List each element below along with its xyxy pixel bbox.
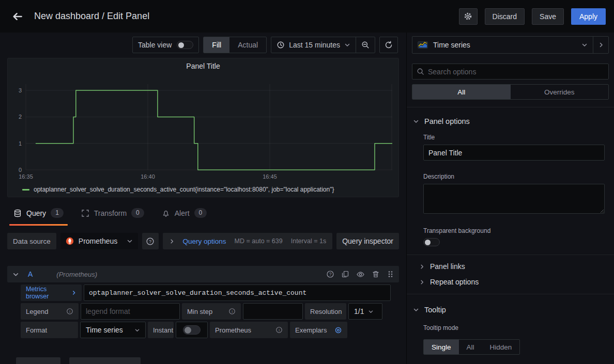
instant-label: Instant bbox=[148, 322, 174, 338]
prometheus-logo-icon bbox=[66, 237, 74, 245]
svg-text:16:40: 16:40 bbox=[141, 173, 155, 180]
svg-text:i: i bbox=[232, 309, 233, 314]
tab-transform[interactable]: Transform 0 bbox=[80, 205, 145, 226]
panel-toolbar: Table view Fill Actual Last 15 minutes bbox=[0, 33, 406, 54]
query-ref-id[interactable]: A bbox=[28, 270, 33, 278]
page-title: New dashboard / Edit Panel bbox=[34, 11, 459, 22]
legend-minstep-row: Legend i Min step i bbox=[21, 303, 391, 320]
chart-legend: optaplanner_solver_solve_duration_second… bbox=[8, 183, 398, 196]
promql-expression-input[interactable] bbox=[84, 284, 391, 301]
datasource-value: Prometheus bbox=[79, 237, 117, 245]
section-panel-options[interactable]: Panel options bbox=[407, 107, 614, 125]
min-step-input[interactable] bbox=[243, 303, 303, 320]
tooltip-mode-group: Single All Hidden bbox=[423, 339, 520, 355]
max-data-points: MD = auto = 639 bbox=[235, 238, 283, 245]
resolution-select[interactable]: 1/1 bbox=[348, 303, 382, 320]
panel-description-textarea[interactable] bbox=[423, 184, 605, 214]
switch-knob bbox=[185, 327, 191, 334]
chart-legend-series-name[interactable]: optaplanner_solver_solve_duration_second… bbox=[34, 186, 334, 193]
transparent-bg-label: Transparent background bbox=[423, 227, 605, 234]
actual-option[interactable]: Actual bbox=[229, 37, 266, 53]
svg-text:2: 2 bbox=[19, 114, 22, 120]
query-datasource-hint: (Prometheus) bbox=[56, 271, 97, 278]
chart-legend-swatch[interactable] bbox=[22, 189, 29, 191]
chevron-down-icon bbox=[413, 118, 419, 124]
visualization-picker[interactable]: Time series bbox=[412, 37, 593, 53]
svg-text:i: i bbox=[69, 309, 70, 314]
tab-alert[interactable]: Alert 0 bbox=[161, 205, 208, 226]
fill-option[interactable]: Fill bbox=[204, 37, 229, 53]
tooltip-mode-single[interactable]: Single bbox=[424, 340, 459, 354]
duplicate-query-icon[interactable] bbox=[341, 270, 349, 278]
zoom-out-time-button[interactable] bbox=[356, 37, 375, 53]
add-query-button[interactable] bbox=[16, 357, 60, 364]
discard-button[interactable]: Discard bbox=[485, 8, 525, 25]
query-a-header[interactable]: A (Prometheus) ? bbox=[7, 266, 399, 282]
table-view-switch[interactable] bbox=[177, 41, 193, 49]
main-area: Table view Fill Actual Last 15 minutes bbox=[0, 33, 614, 364]
save-button[interactable]: Save bbox=[532, 8, 564, 25]
table-view-toggle[interactable]: Table view bbox=[132, 37, 199, 53]
svg-text:16:35: 16:35 bbox=[19, 173, 33, 180]
database-icon bbox=[13, 209, 22, 217]
gear-icon bbox=[464, 12, 472, 21]
metrics-browser-button[interactable]: Metrics browser bbox=[21, 284, 82, 301]
back-button[interactable] bbox=[8, 7, 27, 26]
section-panel-links[interactable]: Panel links bbox=[407, 259, 614, 274]
instant-toggle[interactable] bbox=[176, 322, 208, 338]
collapsed-sections: Panel links Repeat options bbox=[407, 255, 614, 290]
transform-count-badge: 0 bbox=[131, 208, 144, 218]
format-select[interactable]: Time series bbox=[80, 322, 146, 338]
title-field-label: Title bbox=[423, 134, 605, 141]
panel-title-input[interactable] bbox=[423, 145, 605, 161]
chevron-right-icon bbox=[71, 290, 76, 295]
metrics-row: Metrics browser bbox=[21, 284, 391, 301]
datasource-help-button[interactable]: ? bbox=[142, 233, 159, 249]
tab-overrides[interactable]: Overrides bbox=[511, 85, 609, 99]
tooltip-mode-hidden[interactable]: Hidden bbox=[482, 340, 520, 354]
query-help-icon[interactable]: ? bbox=[326, 270, 334, 278]
panel-preview-title: Panel Title bbox=[8, 58, 398, 74]
toggle-visibility-eye-icon[interactable] bbox=[356, 270, 365, 279]
tab-query[interactable]: Query 1 bbox=[12, 205, 65, 226]
section-tooltip[interactable]: Tooltip bbox=[407, 294, 614, 314]
exemplars-field: Exemplars bbox=[290, 322, 347, 338]
tab-all-options[interactable]: All bbox=[412, 85, 511, 99]
tooltip-mode-all[interactable]: All bbox=[459, 340, 482, 354]
query-editor-a: A (Prometheus) ? bbox=[7, 266, 399, 364]
info-circle-icon[interactable]: i bbox=[66, 308, 73, 315]
add-expression-button[interactable] bbox=[69, 357, 141, 364]
info-circle-icon[interactable]: i bbox=[275, 326, 283, 334]
svg-text:1: 1 bbox=[19, 140, 22, 147]
time-range-button[interactable]: Last 15 minutes bbox=[271, 37, 356, 53]
section-repeat-options[interactable]: Repeat options bbox=[407, 274, 614, 290]
svg-text:i: i bbox=[279, 328, 280, 333]
options-scroll-area[interactable]: Panel options Title Description Transpar… bbox=[407, 107, 614, 364]
apply-button[interactable]: Apply bbox=[571, 8, 606, 25]
info-circle-icon[interactable]: i bbox=[228, 308, 236, 315]
exemplars-target-icon[interactable] bbox=[334, 326, 342, 334]
query-options-toggle[interactable]: Query options bbox=[183, 238, 226, 245]
instant-switch[interactable] bbox=[183, 325, 201, 335]
toggle-viz-picker-button[interactable] bbox=[593, 37, 608, 53]
prometheus-type-label: Prometheus i bbox=[210, 322, 288, 338]
transparent-background-toggle[interactable] bbox=[423, 238, 440, 246]
query-options-bar: Query options MD = auto = 639 Interval =… bbox=[163, 233, 333, 249]
datasource-picker[interactable]: Prometheus bbox=[60, 233, 138, 249]
chevron-down-icon bbox=[134, 327, 140, 333]
drag-handle-icon[interactable] bbox=[387, 270, 394, 278]
visualization-picker-row: Time series bbox=[412, 36, 609, 54]
svg-text:3: 3 bbox=[19, 87, 22, 93]
collapse-caret-icon[interactable] bbox=[12, 271, 24, 278]
options-search-input[interactable] bbox=[412, 64, 609, 80]
panel-settings-button[interactable] bbox=[459, 8, 478, 25]
legend-format-input[interactable] bbox=[81, 303, 180, 320]
transform-icon bbox=[81, 209, 89, 217]
datasource-row: Data source Prometheus ? bbox=[7, 233, 399, 249]
delete-query-trash-icon[interactable] bbox=[372, 270, 380, 278]
query-inspector-button[interactable]: Query inspector bbox=[336, 233, 399, 249]
svg-text:?: ? bbox=[149, 239, 151, 244]
chevron-down-icon bbox=[368, 309, 374, 314]
refresh-button[interactable] bbox=[379, 37, 398, 53]
grafana-edit-panel: New dashboard / Edit Panel Discard Save … bbox=[0, 0, 614, 364]
